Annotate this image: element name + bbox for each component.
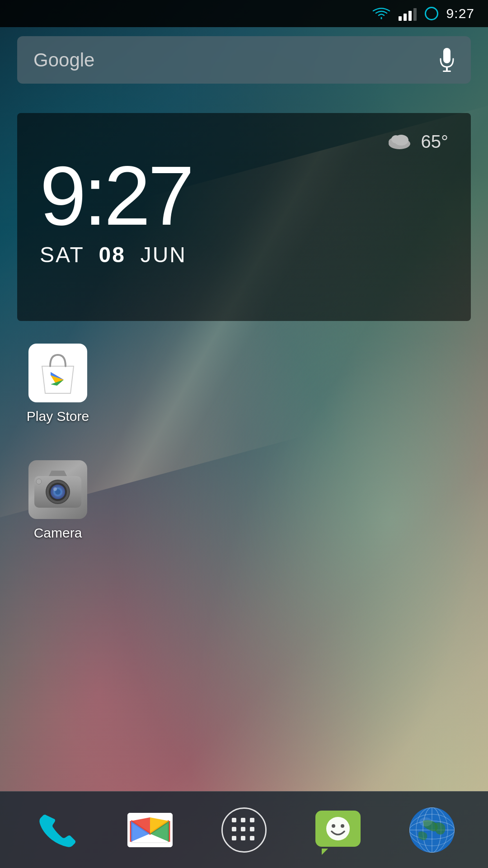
dock-phone[interactable]	[24, 798, 88, 862]
svg-rect-2	[443, 71, 451, 72]
clock-date: SAT 08 JUN	[40, 242, 448, 267]
dock-app-drawer[interactable]	[212, 798, 276, 862]
status-bar: 9:27	[0, 0, 488, 27]
svg-rect-1	[446, 67, 448, 71]
svg-point-16	[53, 487, 57, 491]
clock-widget[interactable]: 65° 9:27 SAT 08 JUN	[17, 113, 471, 321]
play-store-app[interactable]: Play Store	[17, 344, 99, 424]
weather-cloud-icon	[386, 131, 413, 152]
camera-label: Camera	[34, 525, 82, 541]
svg-point-20	[341, 824, 344, 828]
search-bar-label: Google	[33, 49, 439, 71]
data-icon	[425, 7, 438, 20]
dock-gmail[interactable]	[118, 798, 182, 862]
temperature: 65°	[421, 132, 449, 152]
svg-point-18	[326, 817, 350, 840]
svg-point-15	[36, 479, 42, 484]
clock-time: 9:27	[40, 154, 448, 238]
dock-messaging[interactable]	[306, 798, 370, 862]
apps-area: Play Store	[17, 344, 99, 541]
search-bar[interactable]: Google	[17, 36, 471, 84]
cell-signal-icon	[399, 6, 417, 21]
wifi-icon	[372, 7, 390, 20]
svg-point-6	[391, 135, 400, 143]
status-time: 9:27	[446, 6, 474, 21]
play-store-label: Play Store	[27, 409, 89, 424]
camera-icon	[28, 460, 87, 519]
svg-point-19	[332, 824, 335, 828]
svg-rect-0	[443, 48, 450, 63]
dock	[0, 791, 488, 868]
mic-icon[interactable]	[439, 48, 455, 72]
dock-browser[interactable]	[400, 798, 464, 862]
camera-app[interactable]: Camera	[17, 460, 99, 541]
svg-point-28	[419, 817, 432, 826]
play-store-icon	[28, 344, 87, 402]
